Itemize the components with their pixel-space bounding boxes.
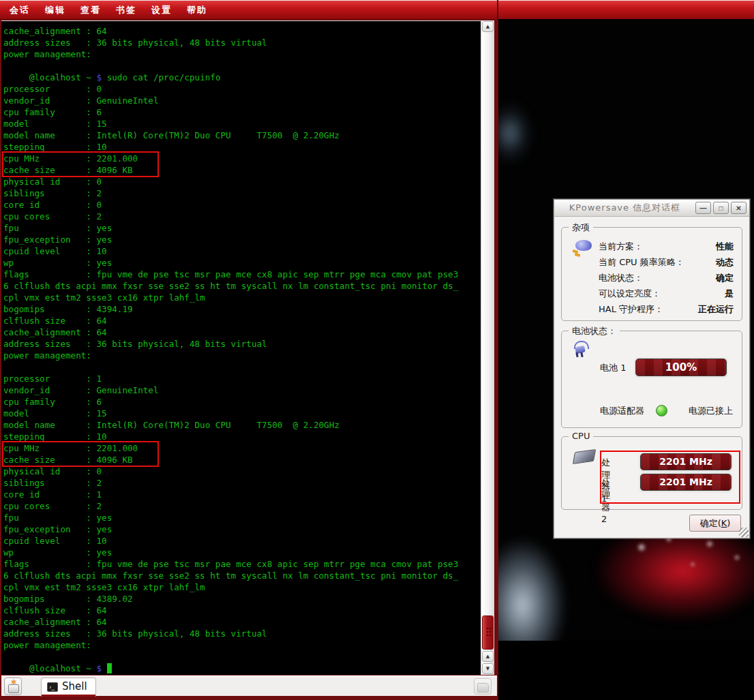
scroll-up-icon-bottom[interactable]: ▲ [482,651,494,662]
ok-button[interactable]: 确定(K) [689,515,741,532]
terminal-icon: ›_ [47,682,58,692]
tab-shell[interactable]: ›_ Shell [41,678,96,697]
status-label: 当前 CPU 频率策略： [599,256,684,269]
scrollbar-track[interactable] [481,33,494,650]
dialog-title: KPowersave 信息对话框 [554,202,695,214]
dialog-titlebar[interactable]: KPowersave 信息对话框 — □ ✕ [554,200,749,217]
misc-rows: 当前方案： 性能 当前 CPU 频率策略： 动态 电池状态： 确定 可以设定亮度… [599,239,734,317]
battery-row: 电池 1 100% [562,359,742,378]
status-label: HAL 守护程序： [599,303,663,316]
status-label: 电池状态： [599,272,643,284]
menu-item[interactable]: 查看 [75,3,106,18]
menu-item[interactable]: 帮助 [181,3,213,18]
menu-item[interactable]: 设置 [146,3,177,18]
status-row: HAL 守护程序： 正在运行 [599,301,734,317]
resize-grip-icon[interactable] [739,528,749,537]
adapter-led-icon [656,405,667,416]
maximize-button[interactable]: □ [713,202,729,214]
photo-highlight-shape [498,101,534,166]
cpu-groupbox: CPU 处理器 1 2201 MHz 处理器 2 2201 MHz [561,436,742,510]
status-row: 电池状态： 确定 [599,270,734,286]
status-value: 确定 [716,272,734,284]
battery-group-title: 电池状态： [569,325,620,337]
highlight-box-cpu1-mhz-cache [2,441,159,467]
menu-bar: 会话编辑查看书签设置帮助 [0,0,754,19]
cpu-group-title: CPU [569,431,593,441]
highlight-box-cpu0-mhz-cache [2,151,159,177]
terminal-scrollbar[interactable]: ▲ ▲ ▼ [481,20,494,675]
status-value: 是 [725,288,734,300]
close-button[interactable]: ✕ [731,202,747,214]
adapter-label: 电源适配器 [600,405,644,417]
detach-session-button[interactable] [474,678,492,695]
status-label: 可以设定亮度： [599,288,661,300]
menu-item[interactable]: 编辑 [40,3,71,18]
status-row: 当前方案： 性能 [599,239,734,254]
tab-shell-label: Shell [62,680,87,694]
menu-items: 会话编辑查看书签设置帮助 [0,3,213,18]
adapter-status: 电源已接上 [689,405,733,417]
status-row: 当前 CPU 频率策略： 动态 [599,254,734,270]
window-buttons: — □ ✕ [695,202,749,214]
detach-session-icon [477,683,489,693]
misc-group-title: 杂项 [569,222,593,234]
scrollbar-thumb[interactable] [482,615,494,650]
cpu-chip-icon [573,448,596,466]
status-label: 当前方案： [599,241,643,253]
new-session-star-icon: ✶ [10,678,17,687]
battery-label: 电池 1 [600,362,626,374]
window-edge-divider [497,0,498,19]
menu-item[interactable]: 书签 [110,3,142,18]
power-plug-icon [573,341,590,357]
screen: { "menubar": { "items": ["会话", "编辑", "查看… [0,0,754,700]
konsole-window: cache_alignment : 64address sizes : 36 b… [0,19,498,700]
scroll-up-icon[interactable]: ▲ [482,21,494,32]
battery-groupbox: 电池状态： 电池 1 100% 电源适配器 电源已接上 [561,331,742,428]
status-value: 正在运行 [698,303,734,316]
status-value: 性能 [716,241,734,253]
terminal-output-area[interactable]: cache_alignment : 64address sizes : 36 b… [1,20,481,675]
battery-level-bar: 100% [635,359,727,376]
minimize-button[interactable]: — [695,202,711,214]
status-value: 动态 [716,256,734,269]
adapter-row: 电源适配器 电源已接上 [562,404,742,419]
terminal-text: cache_alignment : 64address sizes : 36 b… [3,25,458,674]
session-tab-bar: ✶ ›_ Shell [1,675,497,696]
scroll-down-icon[interactable]: ▼ [482,663,494,674]
kpowersave-dialog: KPowersave 信息对话框 — □ ✕ 杂项 当前方案： 性能 当前 CP… [554,199,750,538]
misc-groupbox: 杂项 当前方案： 性能 当前 CPU 频率策略： 动态 电池状态： 确定 [561,227,742,321]
photo-dark-band [498,641,754,700]
menu-item[interactable]: 会话 [4,3,35,18]
new-session-button[interactable]: ✶ [4,678,22,695]
highlight-box-processors [600,451,740,504]
status-row: 可以设定亮度： 是 [599,286,734,301]
kpowersave-icon [573,240,593,256]
